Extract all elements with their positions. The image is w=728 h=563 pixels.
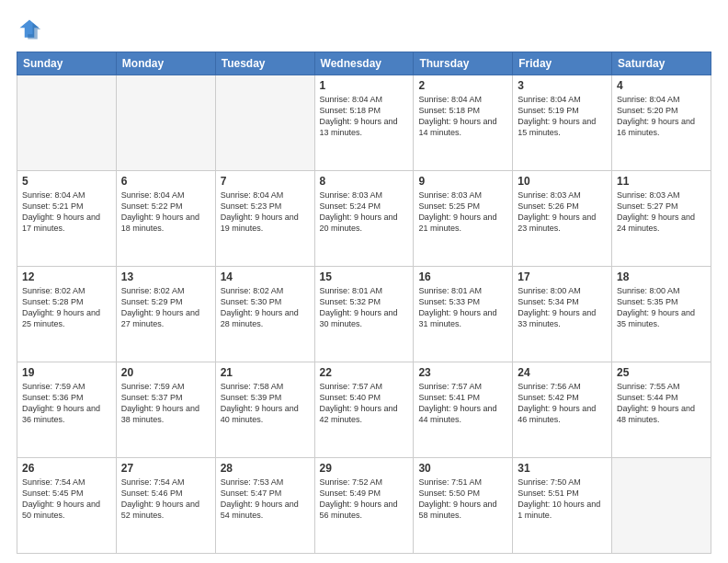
day-number: 27 — [121, 462, 210, 475]
day-info: Sunrise: 8:02 AM Sunset: 5:30 PM Dayligh… — [221, 285, 310, 330]
calendar-cell: 4Sunrise: 8:04 AM Sunset: 5:20 PM Daylig… — [612, 75, 711, 171]
day-number: 20 — [121, 366, 210, 379]
weekday-header-saturday: Saturday — [612, 52, 711, 75]
page: SundayMondayTuesdayWednesdayThursdayFrid… — [0, 0, 728, 563]
weekday-header-monday: Monday — [116, 52, 215, 75]
day-info: Sunrise: 8:04 AM Sunset: 5:22 PM Dayligh… — [121, 190, 210, 235]
calendar-cell: 15Sunrise: 8:01 AM Sunset: 5:32 PM Dayli… — [314, 267, 414, 362]
weekday-header-row: SundayMondayTuesdayWednesdayThursdayFrid… — [17, 52, 711, 75]
calendar-cell: 14Sunrise: 8:02 AM Sunset: 5:30 PM Dayli… — [215, 267, 314, 362]
calendar-cell: 2Sunrise: 8:04 AM Sunset: 5:18 PM Daylig… — [414, 75, 513, 171]
weekday-header-sunday: Sunday — [17, 52, 117, 75]
calendar-cell — [116, 75, 215, 171]
day-info: Sunrise: 8:00 AM Sunset: 5:35 PM Dayligh… — [617, 285, 706, 330]
day-number: 12 — [22, 270, 111, 283]
weekday-header-friday: Friday — [513, 52, 612, 75]
calendar-cell: 17Sunrise: 8:00 AM Sunset: 5:34 PM Dayli… — [513, 267, 612, 362]
calendar-cell: 23Sunrise: 7:57 AM Sunset: 5:41 PM Dayli… — [414, 362, 513, 458]
calendar-cell: 3Sunrise: 8:04 AM Sunset: 5:19 PM Daylig… — [513, 75, 612, 171]
day-number: 8 — [320, 175, 409, 188]
day-info: Sunrise: 7:50 AM Sunset: 5:51 PM Dayligh… — [518, 477, 607, 522]
calendar-cell: 24Sunrise: 7:56 AM Sunset: 5:42 PM Dayli… — [513, 362, 612, 458]
day-number: 11 — [617, 175, 706, 188]
day-info: Sunrise: 8:03 AM Sunset: 5:24 PM Dayligh… — [320, 190, 409, 235]
calendar-cell: 19Sunrise: 7:59 AM Sunset: 5:36 PM Dayli… — [17, 362, 117, 458]
day-number: 10 — [518, 175, 607, 188]
day-number: 25 — [617, 366, 706, 379]
day-number: 14 — [221, 270, 310, 283]
calendar-cell: 16Sunrise: 8:01 AM Sunset: 5:33 PM Dayli… — [414, 267, 513, 362]
day-info: Sunrise: 7:59 AM Sunset: 5:37 PM Dayligh… — [121, 381, 210, 426]
day-info: Sunrise: 7:51 AM Sunset: 5:50 PM Dayligh… — [418, 477, 507, 522]
calendar-cell: 5Sunrise: 8:04 AM Sunset: 5:21 PM Daylig… — [17, 171, 117, 267]
calendar-cell: 1Sunrise: 8:04 AM Sunset: 5:18 PM Daylig… — [314, 75, 414, 171]
day-number: 18 — [617, 270, 706, 283]
calendar-cell: 11Sunrise: 8:03 AM Sunset: 5:27 PM Dayli… — [612, 171, 711, 267]
day-number: 22 — [320, 366, 409, 379]
day-info: Sunrise: 7:52 AM Sunset: 5:49 PM Dayligh… — [320, 477, 409, 522]
day-info: Sunrise: 8:04 AM Sunset: 5:19 PM Dayligh… — [518, 94, 607, 139]
day-number: 19 — [22, 366, 111, 379]
day-info: Sunrise: 7:57 AM Sunset: 5:40 PM Dayligh… — [320, 381, 409, 426]
day-info: Sunrise: 8:01 AM Sunset: 5:32 PM Dayligh… — [320, 285, 409, 330]
calendar-cell: 10Sunrise: 8:03 AM Sunset: 5:26 PM Dayli… — [513, 171, 612, 267]
day-info: Sunrise: 8:03 AM Sunset: 5:25 PM Dayligh… — [418, 190, 507, 235]
day-info: Sunrise: 8:02 AM Sunset: 5:28 PM Dayligh… — [22, 285, 111, 330]
day-number: 28 — [221, 462, 310, 475]
day-number: 3 — [518, 79, 607, 92]
day-number: 5 — [22, 175, 111, 188]
calendar-cell: 27Sunrise: 7:54 AM Sunset: 5:46 PM Dayli… — [116, 458, 215, 554]
day-info: Sunrise: 7:57 AM Sunset: 5:41 PM Dayligh… — [418, 381, 507, 426]
day-number: 30 — [418, 462, 507, 475]
day-number: 31 — [518, 462, 607, 475]
calendar-cell: 31Sunrise: 7:50 AM Sunset: 5:51 PM Dayli… — [513, 458, 612, 554]
logo-icon — [17, 17, 42, 42]
day-number: 13 — [121, 270, 210, 283]
calendar-cell: 13Sunrise: 8:02 AM Sunset: 5:29 PM Dayli… — [116, 267, 215, 362]
day-info: Sunrise: 7:54 AM Sunset: 5:45 PM Dayligh… — [22, 477, 111, 522]
week-row-3: 19Sunrise: 7:59 AM Sunset: 5:36 PM Dayli… — [17, 362, 711, 458]
day-info: Sunrise: 7:58 AM Sunset: 5:39 PM Dayligh… — [221, 381, 310, 426]
day-number: 7 — [221, 175, 310, 188]
day-info: Sunrise: 8:04 AM Sunset: 5:21 PM Dayligh… — [22, 190, 111, 235]
calendar-cell — [215, 75, 314, 171]
day-info: Sunrise: 8:03 AM Sunset: 5:26 PM Dayligh… — [518, 190, 607, 235]
day-number: 26 — [22, 462, 111, 475]
calendar-cell — [17, 75, 117, 171]
day-number: 6 — [121, 175, 210, 188]
day-info: Sunrise: 8:04 AM Sunset: 5:18 PM Dayligh… — [320, 94, 409, 139]
calendar-cell — [612, 458, 711, 554]
day-number: 17 — [518, 270, 607, 283]
day-number: 29 — [320, 462, 409, 475]
week-row-2: 12Sunrise: 8:02 AM Sunset: 5:28 PM Dayli… — [17, 267, 711, 362]
day-number: 15 — [320, 270, 409, 283]
calendar-cell: 28Sunrise: 7:53 AM Sunset: 5:47 PM Dayli… — [215, 458, 314, 554]
day-info: Sunrise: 7:53 AM Sunset: 5:47 PM Dayligh… — [221, 477, 310, 522]
calendar-cell: 25Sunrise: 7:55 AM Sunset: 5:44 PM Dayli… — [612, 362, 711, 458]
calendar: SundayMondayTuesdayWednesdayThursdayFrid… — [17, 52, 711, 554]
day-number: 4 — [617, 79, 706, 92]
weekday-header-thursday: Thursday — [414, 52, 513, 75]
calendar-cell: 29Sunrise: 7:52 AM Sunset: 5:49 PM Dayli… — [314, 458, 414, 554]
calendar-cell: 12Sunrise: 8:02 AM Sunset: 5:28 PM Dayli… — [17, 267, 117, 362]
day-info: Sunrise: 7:56 AM Sunset: 5:42 PM Dayligh… — [518, 381, 607, 426]
day-number: 24 — [518, 366, 607, 379]
week-row-0: 1Sunrise: 8:04 AM Sunset: 5:18 PM Daylig… — [17, 75, 711, 171]
day-number: 1 — [320, 79, 409, 92]
calendar-cell: 9Sunrise: 8:03 AM Sunset: 5:25 PM Daylig… — [414, 171, 513, 267]
day-info: Sunrise: 7:54 AM Sunset: 5:46 PM Dayligh… — [121, 477, 210, 522]
calendar-cell: 7Sunrise: 8:04 AM Sunset: 5:23 PM Daylig… — [215, 171, 314, 267]
day-info: Sunrise: 8:03 AM Sunset: 5:27 PM Dayligh… — [617, 190, 706, 235]
week-row-1: 5Sunrise: 8:04 AM Sunset: 5:21 PM Daylig… — [17, 171, 711, 267]
week-row-4: 26Sunrise: 7:54 AM Sunset: 5:45 PM Dayli… — [17, 458, 711, 554]
day-info: Sunrise: 7:55 AM Sunset: 5:44 PM Dayligh… — [617, 381, 706, 426]
day-info: Sunrise: 8:02 AM Sunset: 5:29 PM Dayligh… — [121, 285, 210, 330]
calendar-cell: 21Sunrise: 7:58 AM Sunset: 5:39 PM Dayli… — [215, 362, 314, 458]
calendar-cell: 8Sunrise: 8:03 AM Sunset: 5:24 PM Daylig… — [314, 171, 414, 267]
day-info: Sunrise: 8:04 AM Sunset: 5:23 PM Dayligh… — [221, 190, 310, 235]
day-number: 16 — [418, 270, 507, 283]
day-info: Sunrise: 8:04 AM Sunset: 5:20 PM Dayligh… — [617, 94, 706, 139]
header — [17, 17, 711, 42]
calendar-cell: 20Sunrise: 7:59 AM Sunset: 5:37 PM Dayli… — [116, 362, 215, 458]
calendar-cell: 6Sunrise: 8:04 AM Sunset: 5:22 PM Daylig… — [116, 171, 215, 267]
